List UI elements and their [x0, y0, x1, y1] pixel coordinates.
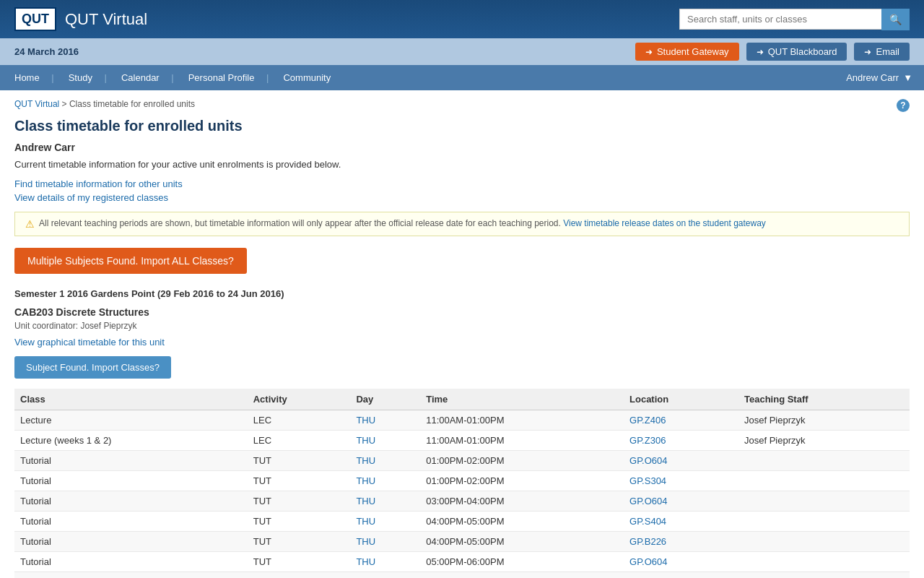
table-cell: Tutorial [14, 532, 248, 552]
table-cell[interactable]: GP.O604 [624, 552, 738, 572]
user-name-nav: Andrew Carr [846, 72, 899, 83]
location-link[interactable]: GP.B226 [629, 536, 666, 547]
timetable-body: LectureLECTHU11:00AM-01:00PMGP.Z406Josef… [14, 410, 910, 579]
user-dropdown[interactable]: Andrew Carr ▼ [834, 65, 924, 90]
help-icon[interactable]: ? [897, 99, 910, 112]
warning-triangle-icon: ⚠ [25, 218, 35, 230]
table-cell: 05:00PM-06:00PM [420, 552, 624, 572]
table-cell[interactable]: GP.Z306 [624, 431, 738, 451]
blackboard-label: QUT Blackboard [768, 46, 837, 57]
graphical-timetable-link[interactable]: View graphical timetable for this unit [14, 337, 910, 348]
date-bar: 24 March 2016 ➜ Student Gateway ➜ QUT Bl… [0, 38, 924, 65]
find-timetable-link[interactable]: Find timetable information for other uni… [14, 178, 910, 189]
qut-blackboard-button[interactable]: ➜ QUT Blackboard [746, 43, 847, 61]
table-cell: THU [350, 491, 420, 512]
import-subject-button[interactable]: Subject Found. Import Classes? [14, 356, 171, 379]
timetable-table: Class Activity Day Time Location Teachin… [14, 389, 910, 578]
date-text: 24 March 2016 [14, 46, 79, 57]
warning-text: All relevant teaching periods are shown,… [39, 218, 766, 228]
nav-personal-profile[interactable]: Personal Profile [174, 65, 269, 90]
col-class: Class [14, 389, 248, 410]
table-cell: Tutorial [14, 572, 248, 579]
search-button[interactable]: 🔍 [881, 9, 910, 30]
location-link[interactable]: GP.Z306 [629, 435, 666, 446]
col-time: Time [420, 389, 624, 410]
table-cell: Tutorial [14, 512, 248, 532]
table-cell: Tutorial [14, 451, 248, 471]
table-cell: THU [350, 451, 420, 471]
table-row: TutorialTUTTHU05:00PM-06:00PMGP.S304 [14, 572, 910, 579]
table-cell: TUT [248, 471, 351, 491]
nav-community[interactable]: Community [269, 65, 345, 90]
table-cell: Josef Pieprzyk [738, 410, 910, 431]
table-row: TutorialTUTTHU01:00PM-02:00PMGP.S304 [14, 471, 910, 491]
location-link[interactable]: GP.O604 [629, 496, 668, 506]
location-link[interactable]: GP.O604 [629, 556, 668, 567]
breadcrumb: QUT Virtual > Class timetable for enroll… [14, 99, 195, 109]
view-registered-classes-link[interactable]: View details of my registered classes [14, 192, 910, 203]
search-input[interactable] [679, 9, 881, 30]
nav-calendar[interactable]: Calendar [107, 65, 174, 90]
nav-items: Home Study Calendar Personal Profile Com… [0, 65, 345, 90]
table-cell: TUT [248, 552, 351, 572]
breadcrumb-home-link[interactable]: QUT Virtual [14, 99, 59, 109]
table-cell: LEC [248, 410, 351, 431]
qut-logo-text: QUT [22, 12, 49, 27]
table-cell[interactable]: GP.Z406 [624, 410, 738, 431]
table-row: TutorialTUTTHU01:00PM-02:00PMGP.O604 [14, 451, 910, 471]
unit-coordinator: Unit coordinator: Josef Pieprzyk [14, 321, 910, 331]
table-row: TutorialTUTTHU03:00PM-04:00PMGP.O604 [14, 491, 910, 512]
table-cell[interactable]: GP.S304 [624, 572, 738, 579]
nav-home[interactable]: Home [0, 65, 54, 90]
table-cell[interactable]: GP.S404 [624, 512, 738, 532]
table-cell [738, 552, 910, 572]
arrow-icon-bb: ➜ [757, 47, 764, 57]
student-gateway-button[interactable]: ➜ Student Gateway [635, 43, 739, 61]
location-link[interactable]: GP.Z406 [629, 415, 666, 426]
import-all-classes-button[interactable]: Multiple Subjects Found. Import ALL Clas… [14, 248, 247, 274]
table-cell: TUT [248, 512, 351, 532]
logo-area: QUT QUT Virtual [14, 7, 147, 31]
location-link[interactable]: GP.S404 [629, 516, 666, 527]
col-activity: Activity [248, 389, 351, 410]
semester-title: Semester 1 2016 Gardens Point (29 Feb 20… [14, 288, 910, 299]
table-row: Lecture (weeks 1 & 2)LECTHU11:00AM-01:00… [14, 431, 910, 451]
email-button[interactable]: ➜ Email [854, 43, 910, 61]
col-teaching-staff: Teaching Staff [738, 389, 910, 410]
unit-title: CAB203 Discrete Structures [14, 306, 910, 318]
qut-logo-box: QUT [14, 7, 56, 31]
arrow-icon-email: ➜ [864, 47, 871, 57]
site-title: QUT Virtual [65, 10, 147, 29]
table-cell [738, 451, 910, 471]
table-cell: 01:00PM-02:00PM [420, 471, 624, 491]
table-cell: 11:00AM-01:00PM [420, 410, 624, 431]
table-cell: Josef Pieprzyk [738, 431, 910, 451]
table-cell[interactable]: GP.B226 [624, 532, 738, 552]
table-cell: Tutorial [14, 471, 248, 491]
table-cell: 05:00PM-06:00PM [420, 572, 624, 579]
table-cell [738, 491, 910, 512]
table-cell: TUT [248, 491, 351, 512]
table-cell: THU [350, 552, 420, 572]
location-link[interactable]: GP.S304 [629, 475, 666, 486]
gateway-label: Student Gateway [657, 46, 729, 57]
breadcrumb-area: QUT Virtual > Class timetable for enroll… [0, 90, 924, 115]
quick-links: ➜ Student Gateway ➜ QUT Blackboard ➜ Ema… [635, 43, 910, 61]
table-cell: THU [350, 512, 420, 532]
table-row: TutorialTUTTHU04:00PM-05:00PMGP.B226 [14, 532, 910, 552]
table-cell[interactable]: GP.O604 [624, 491, 738, 512]
table-cell[interactable]: GP.O604 [624, 451, 738, 471]
table-header-row: Class Activity Day Time Location Teachin… [14, 389, 910, 410]
header-top: QUT QUT Virtual 🔍 [0, 0, 924, 38]
table-cell: Tutorial [14, 491, 248, 512]
nav-study[interactable]: Study [54, 65, 107, 90]
table-cell[interactable]: GP.S304 [624, 471, 738, 491]
user-name: Andrew Carr [14, 142, 910, 153]
location-link[interactable]: GP.O604 [629, 455, 668, 466]
warning-banner: ⚠ All relevant teaching periods are show… [14, 212, 910, 236]
warning-release-dates-link[interactable]: View timetable release dates on the stud… [563, 218, 766, 228]
table-cell: Lecture [14, 410, 248, 431]
table-cell: TUT [248, 451, 351, 471]
table-cell: THU [350, 532, 420, 552]
table-cell [738, 532, 910, 552]
